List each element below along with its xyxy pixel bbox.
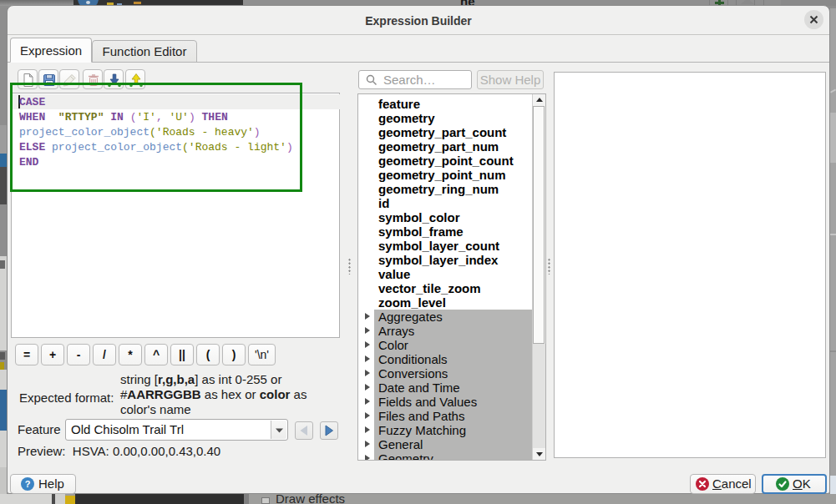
svg-text:?: ? [25,479,31,489]
